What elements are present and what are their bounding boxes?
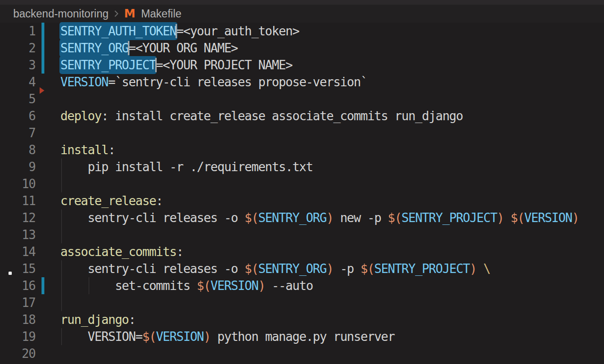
line-number[interactable]: 6 [0,108,35,124]
code-token: =<YOUR PROJECT NAME> [156,58,292,72]
code-line-text: VERSION=`sentry-cli releases propose-ver… [60,74,367,91]
code-token: $( [197,279,210,293]
code-token: $( [142,330,156,344]
modified-line-gutter-indicator[interactable] [42,23,44,40]
code-line-text: VERSION=$(VERSION) python manage.py runs… [60,328,394,345]
line-number[interactable]: 7 [0,124,35,141]
code-line-text: pip install -r ./requirements.txt [60,158,313,175]
line-number[interactable]: 5 [0,91,35,108]
code-token: associate_commits [60,245,176,259]
code-token: $( [244,262,258,276]
code-token: : [129,313,135,327]
editor-line[interactable]: 17 [0,294,604,311]
code-token: ) [204,330,210,344]
line-number[interactable]: 19 [0,328,35,345]
code-token: SENTRY_PROJECT [374,262,470,276]
modified-line-gutter-indicator[interactable] [42,40,44,57]
code-token: : [108,143,115,157]
code-token: python manage.py runserver [210,330,394,344]
line-number[interactable]: 18 [0,311,35,328]
code-token: SENTRY_ORG [258,211,327,225]
line-number[interactable]: 9 [0,158,35,175]
line-number[interactable]: 1 [0,23,35,40]
editor-line[interactable]: 18run_django: [0,311,604,328]
code-token: =<your_auth_token> [176,24,299,38]
editor-line[interactable]: 8install: [0,141,604,158]
line-number[interactable]: 11 [0,192,35,209]
editor-line[interactable]: 20 [0,345,604,362]
code-token: $( [244,211,258,225]
code-token: ) [470,262,476,276]
code-token: $( [361,262,374,276]
breadcrumb-file[interactable]: Makefile [141,8,182,20]
line-number[interactable]: 15 [0,260,35,277]
modified-line-gutter-indicator[interactable] [42,277,44,294]
editor-line[interactable]: 7 [0,124,604,141]
code-line-text: sentry-cli releases -o $(SENTRY_ORG) -p … [60,260,490,277]
code-token: : [176,245,183,259]
breadcrumb-folder[interactable]: backend-monitoring [13,8,109,20]
code-line-text: associate_commits: [60,243,183,260]
editor-line[interactable]: 19 VERSION=$(VERSION) python manage.py r… [0,328,604,345]
line-number[interactable]: 12 [0,209,35,226]
code-token: ) [327,262,333,276]
code-token: ) [258,279,265,293]
text-cursor [176,24,177,38]
editor-line[interactable]: 4VERSION=`sentry-cli releases propose-ve… [0,74,604,91]
line-number[interactable]: 2 [0,40,35,57]
code-token: install [60,143,108,157]
code-token: VERSION [524,211,572,225]
line-number[interactable]: 17 [0,294,35,311]
code-token: : install create_release associate_commi… [101,109,463,123]
code-line-text: SENTRY_PROJECT=<YOUR PROJECT NAME> [60,57,292,74]
code-token [504,211,511,225]
code-token: ) [497,211,503,225]
editor-line[interactable]: 3SENTRY_PROJECT=<YOUR PROJECT NAME> [0,57,604,74]
code-token: ) [572,211,579,225]
code-line-text: SENTRY_AUTH_TOKEN=<your_auth_token> [60,23,299,40]
editor-line[interactable]: 6deploy: install create_release associat… [0,108,604,124]
code-token: VERSION= [60,330,142,344]
line-number[interactable]: 14 [0,243,35,260]
code-token: deploy [60,109,101,123]
code-token: sentry-cli releases -o [60,211,244,225]
selected-code-token: SENTRY_ORG [59,39,130,57]
code-line-text: deploy: install create_release associate… [60,108,463,124]
editor-line[interactable]: 13 [0,226,604,243]
code-token: VERSION [60,75,108,89]
editor-line[interactable]: 10 [0,175,604,192]
line-number[interactable]: 13 [0,226,35,243]
editor-line[interactable]: 5 [0,91,604,108]
line-number[interactable]: 3 [0,57,35,74]
line-number[interactable]: 10 [0,175,35,192]
code-line-text: SENTRY_ORG=<YOUR ORG NAME> [60,40,238,57]
code-line-text: run_django: [60,311,135,328]
selected-code-token: SENTRY_AUTH_TOKEN [59,22,177,40]
line-number[interactable]: 16 [0,277,35,294]
editor-line[interactable]: 9 pip install -r ./requirements.txt [0,158,604,175]
editor-line[interactable]: 1SENTRY_AUTH_TOKEN=<your_auth_token> [0,23,604,40]
selected-code-token: SENTRY_PROJECT [59,56,157,74]
editor-line[interactable]: 16 set-commits $(VERSION) --auto [0,277,604,294]
editor-line[interactable]: 15 sentry-cli releases -o $(SENTRY_ORG) … [0,260,604,277]
makefile-file-icon: M [124,8,135,19]
code-token: =<YOUR ORG NAME> [129,41,238,55]
line-number[interactable]: 4 [0,74,35,91]
code-line-text: set-commits $(VERSION) --auto [60,277,313,294]
editor-line[interactable]: 11create_release: [0,192,604,209]
indent-guide [61,294,62,311]
editor-code-area[interactable]: 1SENTRY_AUTH_TOKEN=<your_auth_token>2SEN… [0,23,604,364]
code-token: $( [388,211,402,225]
indent-guide [61,226,62,243]
code-token: ) [327,211,333,225]
line-number[interactable]: 8 [0,141,35,158]
code-token: VERSION [156,330,203,344]
chevron-right-icon [113,9,119,18]
modified-line-gutter-indicator[interactable] [42,57,44,74]
code-token: $( [511,211,524,225]
editor-line[interactable]: 12 sentry-cli releases -o $(SENTRY_ORG) … [0,209,604,226]
code-token: \ [483,262,490,276]
line-number[interactable]: 20 [0,345,35,362]
editor-line[interactable]: 14associate_commits: [0,243,604,260]
editor-line[interactable]: 2SENTRY_ORG=<YOUR ORG NAME> [0,40,604,57]
